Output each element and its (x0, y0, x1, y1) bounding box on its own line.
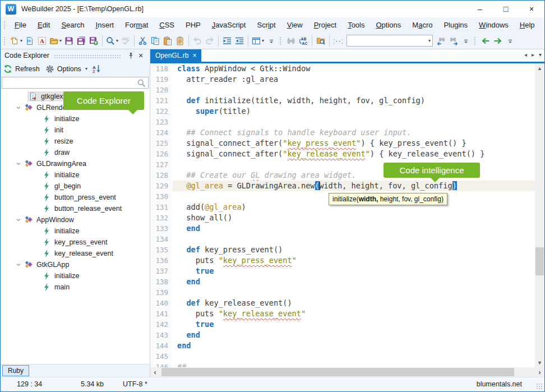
search-term-combobox[interactable]: ▾ (347, 35, 433, 47)
horizontal-scroll-thumb[interactable] (161, 368, 514, 376)
menu-search[interactable]: Search (56, 19, 90, 31)
code-line-146[interactable]: 146## (150, 362, 535, 367)
menu-javascript[interactable]: JavaScript (206, 19, 252, 31)
code-line-134[interactable]: 134 (150, 234, 535, 245)
tab-opengl-rb[interactable]: OpenGL.rb × (150, 49, 201, 62)
code-line-138[interactable]: 138 end (150, 276, 535, 287)
menu-plugins[interactable]: Plugins (438, 19, 473, 31)
resize-grip[interactable] (536, 383, 543, 390)
explorer-search-input[interactable] (2, 77, 137, 88)
menu-format[interactable]: Format (119, 19, 154, 31)
code-line-133[interactable]: 133 end (150, 223, 535, 234)
menu-tools[interactable]: Tools (342, 19, 370, 31)
brand-link[interactable]: blumentals.net (477, 380, 522, 388)
undo-button[interactable] (191, 34, 204, 48)
spellcheck-button[interactable]: ABC (119, 34, 132, 48)
overflow-button[interactable] (460, 34, 472, 48)
menu-options[interactable]: Options (370, 19, 407, 31)
code-line-143[interactable]: 143 end (150, 330, 535, 340)
overflow-button[interactable] (504, 34, 516, 48)
tree-item-initialize[interactable]: initialize (1, 113, 150, 124)
code-area[interactable]: 118class AppWindow < Gtk::Window119 attr… (150, 63, 544, 367)
copy-button[interactable] (149, 34, 161, 48)
chevron-down-icon[interactable] (15, 160, 23, 167)
refresh-button[interactable]: Refresh (15, 65, 40, 73)
tree-item-initialize[interactable]: initialize (1, 270, 150, 282)
code-line-140[interactable]: 140 def key_release_event() (150, 298, 535, 308)
menu-view[interactable]: View (281, 19, 308, 31)
open-folder-dropdown-icon[interactable]: ▾ (59, 38, 62, 43)
tab-list-dropdown-icon[interactable]: ▾ (539, 52, 542, 58)
scroll-up-icon[interactable]: ▲ (535, 63, 544, 73)
tree-item-AppWindow[interactable]: AppWindow (1, 214, 150, 225)
pin-icon[interactable] (126, 52, 136, 59)
tree-item-button_press_event[interactable]: button_press_event (1, 192, 150, 203)
tab-close-icon[interactable]: × (192, 52, 196, 59)
minimize-button[interactable]: – (467, 1, 493, 17)
menubar-grip[interactable] (3, 21, 6, 30)
combo-dropdown-icon[interactable]: ▾ (428, 38, 431, 43)
menu-edit[interactable]: Edit (32, 19, 56, 31)
nav-back-button[interactable] (479, 34, 492, 48)
code-line-144[interactable]: 144end (150, 340, 535, 351)
code-line-125[interactable]: 125 signal_connect_after("key_press_even… (150, 138, 535, 149)
code-line-145[interactable]: 145 (150, 351, 535, 362)
chevron-down-icon[interactable] (15, 216, 23, 223)
tree-item-key_press_event[interactable]: key_press_event (1, 237, 150, 248)
font-style-button[interactable]: A (36, 34, 48, 48)
tab-scroll-left-icon[interactable]: ◂ (524, 52, 527, 58)
outdent-button[interactable] (233, 34, 246, 48)
scroll-down-icon[interactable]: ▼ (535, 358, 544, 367)
code-line-137[interactable]: 137 true (150, 266, 535, 276)
menu-project[interactable]: Project (308, 19, 342, 31)
code-line-132[interactable]: 132 show_all() (150, 213, 535, 223)
menu-script[interactable]: Script (251, 19, 281, 31)
find-next-button[interactable] (447, 34, 460, 48)
code-line-135[interactable]: 135 def key_press_event() (150, 245, 535, 255)
panel-drag-texture[interactable] (54, 54, 121, 59)
tree-item-init[interactable]: init (1, 124, 150, 136)
code-line-120[interactable]: 120 (150, 85, 535, 95)
find-in-files-button[interactable] (315, 34, 327, 48)
toolbar-grip[interactable] (3, 36, 6, 45)
menu-insert[interactable]: Insert (90, 19, 120, 31)
save-upload-button[interactable] (87, 34, 100, 48)
tree-item-initialize[interactable]: initialize (1, 225, 150, 237)
code-line-141[interactable]: 141 puts "key_release_event" (150, 308, 535, 319)
chevron-down-icon[interactable] (15, 261, 23, 268)
tab-scroll-right-icon[interactable]: ▸ (532, 52, 534, 58)
new-file-dropdown-icon[interactable]: ▾ (20, 38, 22, 43)
search-button[interactable]: ▾ (105, 34, 119, 48)
overflow-button[interactable] (265, 34, 278, 48)
scroll-right-icon[interactable]: › (535, 367, 544, 377)
chevron-down-icon[interactable] (15, 104, 23, 111)
cut-button[interactable] (137, 34, 149, 48)
menu-php[interactable]: PHP (180, 19, 206, 31)
menu-file[interactable]: File (9, 19, 32, 31)
tree-item-GLDrawingArea[interactable]: GLDrawingArea (1, 158, 150, 169)
scroll-left-icon[interactable]: ‹ (150, 367, 160, 377)
replace-button[interactable]: ABAC (297, 34, 310, 48)
code-line-126[interactable]: 126 signal_connect_after("key_release_ev… (150, 149, 535, 159)
tree-item-key_release_event[interactable]: key_release_event (1, 248, 150, 259)
panel-layout-button[interactable]: ▾ (251, 34, 265, 48)
new-file-button[interactable]: ▾ (9, 34, 24, 48)
tree-item-draw[interactable]: draw (1, 147, 150, 158)
toolbar-grip[interactable] (474, 36, 476, 45)
options-button[interactable]: Options (57, 65, 81, 73)
tree-item-resize[interactable]: resize (1, 136, 150, 147)
save-all-button[interactable] (75, 34, 87, 48)
code-line-121[interactable]: 121 def initialize(title, width, height,… (150, 95, 535, 106)
sort-az-icon[interactable]: AZ (92, 64, 101, 73)
maximize-button[interactable]: □ (493, 1, 519, 17)
code-line-119[interactable]: 119 attr_reader :gl_area (150, 74, 535, 85)
open-folder-button[interactable]: ▾ (48, 34, 63, 48)
toolbar-grip[interactable] (279, 36, 281, 45)
clipboard-button[interactable] (174, 34, 186, 48)
edit-document-button[interactable] (24, 34, 36, 48)
code-line-129[interactable]: 129 @gl_area = GLDrawingArea.new(width, … (150, 181, 535, 191)
menu-css[interactable]: CSS (154, 19, 180, 31)
find-previous-button[interactable] (435, 34, 447, 48)
search-term-input[interactable] (347, 35, 427, 46)
horizontal-scrollbar[interactable]: ‹ › (150, 367, 544, 377)
